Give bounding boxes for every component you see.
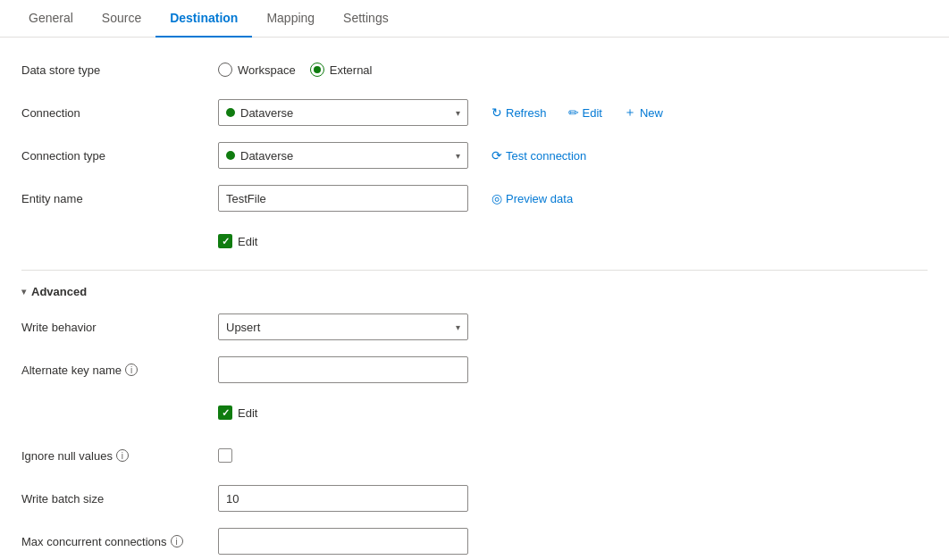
connection-type-chevron-icon: ▾ (456, 151, 460, 161)
write-behavior-control: Upsert ▾ (218, 313, 928, 340)
workspace-radio[interactable]: Workspace (218, 63, 296, 77)
ignore-null-row: Ignore null values i (21, 441, 928, 470)
tab-bar: General Source Destination Mapping Setti… (0, 0, 949, 38)
connection-type-value: Dataverse (240, 149, 293, 163)
alternate-key-edit-control: Edit (218, 405, 928, 420)
entity-edit-control: Edit (218, 234, 928, 248)
tab-destination[interactable]: Destination (155, 0, 252, 38)
write-behavior-label: Write behavior (21, 321, 218, 334)
connection-value: Dataverse (240, 106, 293, 120)
write-behavior-value: Upsert (226, 321, 260, 334)
entity-name-actions: ◎ Preview data (486, 188, 578, 209)
write-batch-size-label: Write batch size (21, 492, 218, 506)
advanced-chevron-icon: ▾ (21, 287, 26, 297)
max-concurrent-connections-control (218, 528, 928, 555)
connection-dropdown[interactable]: Dataverse ▾ (218, 99, 468, 126)
ignore-null-checkbox[interactable] (218, 448, 232, 463)
external-radio[interactable]: External (310, 63, 373, 77)
tab-mapping[interactable]: Mapping (252, 0, 329, 38)
test-connection-icon: ⟳ (491, 148, 502, 163)
max-concurrent-connections-label-text: Max concurrent connections (21, 535, 167, 548)
connection-control: Dataverse ▾ ↻ Refresh ✏ Edit ＋ New (218, 99, 928, 126)
alternate-key-edit-checkbox[interactable] (218, 405, 232, 420)
tab-general[interactable]: General (14, 0, 88, 38)
advanced-label: Advanced (31, 285, 87, 298)
tab-source[interactable]: Source (88, 0, 155, 38)
new-icon: ＋ (624, 104, 636, 121)
data-store-type-label: Data store type (21, 63, 218, 77)
external-radio-circle (310, 63, 324, 77)
write-batch-size-row: Write batch size (21, 484, 928, 513)
alternate-key-control (218, 356, 928, 383)
connection-label: Connection (21, 106, 218, 120)
edit-connection-button[interactable]: ✏ Edit (563, 102, 608, 123)
test-connection-button[interactable]: ⟳ Test connection (486, 145, 592, 166)
alternate-key-edit-label: Edit (238, 406, 257, 420)
alternate-key-label: Alternate key name i (21, 364, 218, 377)
section-divider (21, 270, 928, 271)
entity-name-label: Entity name (21, 192, 218, 205)
write-batch-size-input[interactable] (218, 485, 468, 512)
workspace-radio-label: Workspace (238, 63, 296, 77)
ignore-null-control (218, 448, 928, 463)
data-store-type-row: Data store type Workspace External (21, 55, 928, 84)
connection-actions: ↻ Refresh ✏ Edit ＋ New (486, 101, 668, 124)
entity-name-control: ◎ Preview data (218, 185, 928, 212)
connection-type-dropdown[interactable]: Dataverse ▾ (218, 142, 468, 169)
workspace-radio-circle (218, 63, 232, 77)
preview-data-label: Preview data (506, 192, 573, 205)
alternate-key-edit-row: Edit (21, 398, 928, 427)
connection-row: Connection Dataverse ▾ ↻ Refresh ✏ Edit … (21, 98, 928, 127)
entity-edit-checkbox-row[interactable]: Edit (218, 234, 257, 248)
entity-edit-checkbox[interactable] (218, 234, 232, 248)
data-store-type-control: Workspace External (218, 63, 928, 77)
new-label: New (640, 106, 663, 120)
write-behavior-row: Write behavior Upsert ▾ (21, 313, 928, 341)
connection-type-status-dot (226, 151, 235, 160)
ignore-null-label: Ignore null values i (21, 449, 218, 463)
new-connection-button[interactable]: ＋ New (618, 101, 668, 124)
entity-edit-row: Edit (21, 227, 928, 255)
alternate-key-row: Alternate key name i (21, 355, 928, 384)
ignore-null-info-icon[interactable]: i (116, 449, 129, 462)
radio-group: Workspace External (218, 63, 373, 77)
edit-icon: ✏ (568, 105, 579, 120)
connection-type-actions: ⟳ Test connection (486, 145, 592, 166)
edit-connection-label: Edit (583, 106, 602, 120)
ignore-null-label-text: Ignore null values (21, 449, 113, 463)
refresh-label: Refresh (506, 106, 547, 120)
refresh-icon: ↻ (491, 105, 502, 120)
entity-edit-label: Edit (238, 235, 257, 248)
preview-data-button[interactable]: ◎ Preview data (486, 188, 578, 209)
max-concurrent-connections-info-icon[interactable]: i (171, 535, 183, 547)
max-concurrent-connections-label: Max concurrent connections i (21, 535, 218, 548)
write-behavior-dropdown[interactable]: Upsert ▾ (218, 313, 468, 340)
advanced-section-header[interactable]: ▾ Advanced (21, 285, 928, 298)
write-behavior-chevron-icon: ▾ (456, 322, 460, 332)
external-radio-label: External (330, 63, 373, 77)
connection-type-control: Dataverse ▾ ⟳ Test connection (218, 142, 928, 169)
entity-name-row: Entity name ◎ Preview data (21, 184, 928, 213)
test-connection-label: Test connection (506, 149, 586, 163)
tab-settings[interactable]: Settings (329, 0, 403, 38)
preview-data-icon: ◎ (491, 191, 502, 205)
connection-type-row: Connection type Dataverse ▾ ⟳ Test conne… (21, 141, 928, 170)
refresh-button[interactable]: ↻ Refresh (486, 102, 552, 123)
destination-content: Data store type Workspace External Conne… (0, 38, 949, 560)
write-batch-size-control (218, 485, 928, 512)
max-concurrent-connections-row: Max concurrent connections i (21, 527, 928, 556)
entity-name-input[interactable] (218, 185, 468, 212)
alternate-key-input[interactable] (218, 356, 468, 383)
alternate-key-label-text: Alternate key name (21, 364, 122, 377)
connection-type-label: Connection type (21, 149, 218, 163)
connection-chevron-icon: ▾ (456, 108, 460, 118)
alternate-key-edit-checkbox-row[interactable]: Edit (218, 405, 257, 420)
connection-status-dot (226, 108, 235, 117)
max-concurrent-connections-input[interactable] (218, 528, 468, 555)
alternate-key-info-icon[interactable]: i (125, 364, 138, 376)
